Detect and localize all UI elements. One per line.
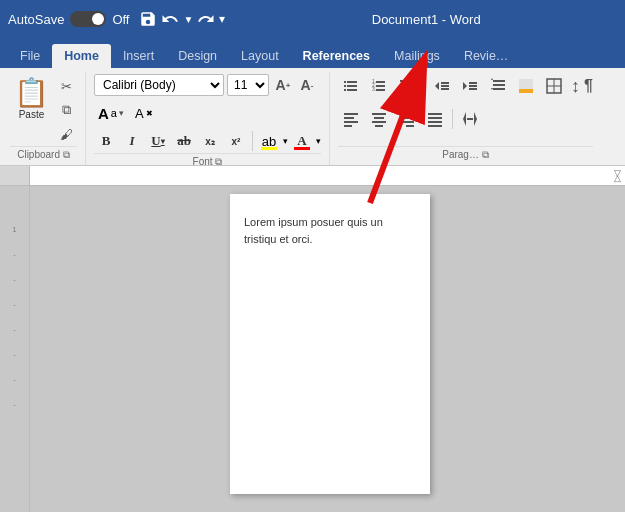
tab-home[interactable]: Home [52,44,111,68]
bullet-list-button[interactable] [338,74,364,98]
left-margin: 1 - - - - - - - [0,186,30,512]
superscript-button[interactable]: x² [224,129,248,153]
svg-rect-24 [493,80,505,82]
font-color-button[interactable]: A [290,129,314,153]
tab-file[interactable]: File [8,44,52,68]
save-icon[interactable] [139,10,157,28]
format-painter-button[interactable]: 🖌 [55,123,77,145]
strikethrough-button[interactable]: ab [172,129,196,153]
clipboard-small-buttons: ✂ ⧉ 🖌 [55,74,77,146]
ruler-triangle-bottom: △ [614,173,621,183]
customize-qat[interactable]: ▾ [219,12,225,26]
tab-review[interactable]: Revie… [452,44,520,68]
svg-rect-47 [428,117,442,119]
svg-rect-46 [428,113,442,115]
svg-rect-17 [441,82,449,84]
align-center-icon [371,111,387,127]
increase-indent-button[interactable] [457,74,483,98]
italic-button[interactable]: I [120,129,144,153]
tab-design[interactable]: Design [166,44,229,68]
font-group: Calibri (Body) 11 A+ A- A a ▾ A ✖ [90,72,330,165]
ribbon: 📋 Paste ✂ ⧉ 🖌 Clipboard ⧉ Calibri (Body)… [0,68,625,166]
clipboard-expand-icon[interactable]: ⧉ [63,149,70,160]
margin-mark-4: - [13,301,15,308]
svg-text:3.: 3. [372,86,376,92]
highlight-dropdown[interactable]: ▾ [283,136,288,146]
svg-rect-25 [493,84,505,86]
align-left-icon [343,111,359,127]
multilevel-list-button[interactable] [394,74,420,98]
margin-mark-2: - [13,251,15,258]
align-center-button[interactable] [366,107,392,131]
font-size-controls: A+ A- [272,74,318,96]
subscript-button[interactable]: x₂ [198,129,222,153]
svg-rect-13 [402,84,414,86]
paste-button[interactable]: 📋 Paste [10,74,53,146]
highlight-color-swatch [261,147,277,150]
tab-references[interactable]: References [291,44,382,68]
paste-icon: 📋 [14,76,49,109]
toggle-knob [92,13,104,25]
svg-rect-1 [347,81,357,83]
shading-button[interactable] [513,74,539,98]
numbered-list-button[interactable]: 1.2.3. [366,74,392,98]
paragraph-label: Parag… ⧉ [338,146,593,163]
tab-mailings[interactable]: Mailings [382,44,452,68]
show-formatting-button[interactable]: ¶ [584,77,593,95]
svg-rect-44 [400,121,414,123]
svg-rect-21 [469,82,477,84]
autosave-area: AutoSave Off [8,11,129,27]
margin-mark-3: - [13,276,15,283]
shrink-font-button[interactable]: A- [296,74,318,96]
increase-indent-icon [462,78,478,94]
undo-dropdown[interactable]: ▼ [183,14,193,25]
line-spacing-dropdown-button[interactable] [457,107,483,131]
sort-button[interactable]: ↕ [571,76,580,97]
document-main[interactable]: Lorem ipsum posuer quis un tristiqu et o… [30,186,625,512]
svg-marker-27 [491,78,493,80]
underline-button[interactable]: U ▾ [146,129,170,153]
svg-rect-9 [376,85,385,87]
svg-rect-2 [344,85,346,87]
align-left-button[interactable] [338,107,364,131]
bold-button[interactable]: B [94,129,118,153]
tab-insert[interactable]: Insert [111,44,166,68]
copy-button[interactable]: ⧉ [55,99,77,121]
justify-button[interactable] [422,107,448,131]
autosave-toggle[interactable] [70,11,106,27]
align-right-button[interactable] [394,107,420,131]
paragraph-expand-icon[interactable]: ⧉ [482,149,489,160]
svg-rect-48 [428,121,442,123]
margin-mark-5: - [13,326,15,333]
cut-button[interactable]: ✂ [55,75,77,97]
line-spacing-button[interactable] [485,74,511,98]
align-right-icon [399,111,415,127]
autosave-state: Off [112,12,129,27]
grow-font-button[interactable]: A+ [272,74,294,96]
svg-rect-37 [344,125,352,127]
font-row-aa: A a ▾ A ✖ [94,101,157,125]
font-color-dropdown[interactable]: ▾ [316,136,321,146]
font-row-top: Calibri (Body) 11 A+ A- [94,74,318,96]
tab-layout[interactable]: Layout [229,44,291,68]
decrease-indent-button[interactable] [429,74,455,98]
svg-rect-39 [374,117,384,119]
change-case-button[interactable]: A a ▾ [94,101,128,125]
highlight-color-button[interactable]: ab [257,129,281,153]
line-spacing-icon [490,78,506,94]
svg-rect-14 [404,88,414,90]
borders-button[interactable] [541,74,567,98]
clipboard-group: 📋 Paste ✂ ⧉ 🖌 Clipboard ⧉ [6,72,86,165]
svg-rect-41 [375,125,383,127]
svg-rect-19 [441,88,449,90]
redo-icon[interactable] [197,10,215,28]
decrease-indent-icon [434,78,450,94]
svg-marker-20 [463,82,467,90]
svg-rect-11 [376,89,385,91]
font-family-select[interactable]: Calibri (Body) [94,74,224,96]
undo-icon[interactable] [161,10,179,28]
font-size-select[interactable]: 11 [227,74,269,96]
paste-label: Paste [19,109,45,120]
svg-rect-12 [400,80,414,82]
clear-formatting-button[interactable]: A ✖ [131,101,157,125]
